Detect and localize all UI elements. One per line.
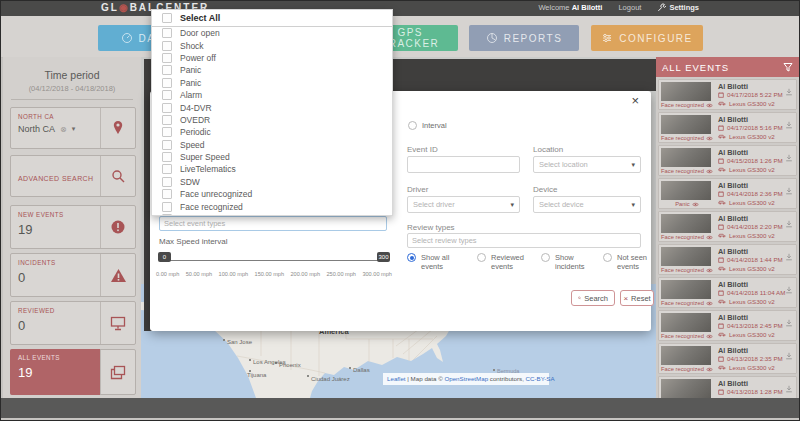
checkbox[interactable] — [162, 78, 172, 88]
checkbox[interactable] — [162, 177, 172, 187]
logout-link[interactable]: Logout — [618, 3, 641, 12]
event-card[interactable]: Face recognized Al Bilotti 04/17/2018 5:… — [658, 79, 797, 110]
radio-circle-checked[interactable] — [407, 253, 416, 262]
checkbox[interactable] — [162, 90, 172, 100]
event-card[interactable]: Face recognized Al Bilotti 04/13/2018 2:… — [658, 343, 797, 374]
download-button[interactable] — [785, 313, 793, 331]
checkbox[interactable] — [162, 53, 172, 63]
clear-location-icon[interactable]: ⊗ — [60, 125, 67, 134]
tab-configure[interactable]: CONFIGURE — [591, 25, 703, 51]
checkbox[interactable] — [162, 189, 172, 199]
map-pin-button[interactable] — [100, 108, 135, 148]
event-type-option-label: Face recognized — [180, 202, 243, 212]
checkbox[interactable] — [162, 28, 172, 38]
event-type-option[interactable]: Power off — [152, 52, 392, 64]
download-button[interactable] — [785, 280, 793, 298]
event-card[interactable]: Face recognized Al Bilotti 04/14/2018 2:… — [658, 211, 797, 242]
counter-reviewed[interactable]: REVIEWED 0 — [10, 301, 136, 345]
event-card[interactable]: Face recognized Al Bilotti 04/17/2018 5:… — [658, 112, 797, 143]
download-button[interactable] — [785, 379, 793, 397]
event-type-option[interactable]: Face unrecognized — [152, 188, 392, 200]
leaflet-link[interactable]: Leaflet — [387, 375, 406, 382]
checkbox[interactable] — [162, 13, 172, 23]
event-card[interactable]: Face recognized Al Bilotti 04/15/2018 1:… — [658, 145, 797, 176]
event-type-option[interactable]: Speed — [152, 139, 392, 151]
event-type-option[interactable]: Panic — [152, 64, 392, 76]
download-button[interactable] — [785, 214, 793, 232]
event-card[interactable]: Face recognized Al Bilotti 04/14/2018 11… — [658, 277, 797, 308]
interval-radio-circle[interactable] — [408, 121, 417, 130]
event-type-option[interactable]: Door open — [152, 213, 392, 216]
checkbox[interactable] — [162, 214, 172, 216]
checkbox[interactable] — [162, 152, 172, 162]
speed-slider-max-handle[interactable]: 300 — [377, 252, 390, 262]
radio-show-all-events[interactable]: Show all events — [407, 253, 465, 271]
osm-link[interactable]: OpenStreetMap — [444, 375, 488, 382]
speed-slider-min-handle[interactable]: 0 — [158, 252, 171, 262]
sliders-icon — [601, 32, 613, 44]
slider-tick-label: 50.00 mph — [186, 271, 212, 277]
event-type-option[interactable]: SDW — [152, 176, 392, 188]
event-card[interactable]: Panic Al Bilotti 04/14/2018 2:36 PM Lexu… — [658, 178, 797, 209]
checkbox[interactable] — [162, 115, 172, 125]
car-icon — [718, 100, 726, 106]
location-select[interactable]: North CA ⊗ ▾ — [18, 124, 100, 134]
review-types-input[interactable] — [407, 233, 641, 248]
reset-button[interactable]: × Reset — [620, 290, 654, 306]
event-type-option[interactable]: Super Speed — [152, 151, 392, 163]
settings-button[interactable]: Settings — [657, 3, 699, 12]
download-button[interactable] — [785, 148, 793, 166]
filter-icon[interactable] — [783, 62, 793, 72]
download-button[interactable] — [785, 346, 793, 364]
radio-circle[interactable] — [477, 253, 486, 262]
driver-dropdown[interactable]: Select driver ▾ — [407, 196, 520, 213]
event-types-input[interactable] — [159, 216, 387, 231]
radio-circle[interactable] — [603, 253, 612, 262]
select-all-option[interactable]: Select All — [152, 10, 392, 27]
event-type-option[interactable]: Face recognized — [152, 200, 392, 212]
event-type-option[interactable]: Alarm — [152, 89, 392, 101]
event-type-option[interactable]: LiveTelematics — [152, 163, 392, 175]
radio-reviewed-events[interactable]: Reviewed events — [477, 253, 535, 271]
checkbox[interactable] — [162, 127, 172, 137]
advanced-search-card[interactable]: ADVANCED SEARCH — [10, 155, 136, 197]
checkbox[interactable] — [162, 65, 172, 75]
event-thumbnail — [661, 214, 711, 233]
checkbox[interactable] — [162, 140, 172, 150]
download-button[interactable] — [785, 181, 793, 199]
download-button[interactable] — [785, 82, 793, 100]
search-button[interactable]: Search — [571, 290, 615, 306]
speed-slider-track[interactable] — [161, 260, 389, 261]
download-button[interactable] — [785, 247, 793, 265]
event-type-option[interactable]: Panic — [152, 77, 392, 89]
advanced-search-button[interactable] — [100, 156, 135, 196]
event-id-input[interactable] — [407, 156, 520, 173]
event-type-option[interactable]: OVEDR — [152, 114, 392, 126]
event-type-option[interactable]: Periodic — [152, 126, 392, 138]
all-events-count: 19 — [18, 365, 100, 380]
checkbox[interactable] — [162, 202, 172, 212]
event-card[interactable]: Face recognized Al Bilotti 04/13/2018 2:… — [658, 310, 797, 341]
radio-circle[interactable] — [541, 253, 550, 262]
driver-label: Driver — [407, 185, 428, 194]
checkbox[interactable] — [162, 103, 172, 113]
checkbox[interactable] — [162, 164, 172, 174]
counter-incidents[interactable]: INCIDENTS 0 — [10, 253, 136, 297]
license-link[interactable]: CC-BY-SA — [526, 375, 556, 382]
location-dropdown[interactable]: Select location ▾ — [533, 156, 641, 173]
tab-reports[interactable]: REPORTS — [469, 25, 579, 51]
counter-new-events[interactable]: NEW EVENTS 19 — [10, 205, 136, 249]
event-card[interactable]: Face recognized Al Bilotti 04/13/2018 1:… — [658, 376, 797, 398]
event-type-option[interactable]: Shock — [152, 39, 392, 51]
event-type-option[interactable]: Door open — [152, 27, 392, 39]
radio-not-seen-events[interactable]: Not seen events — [603, 253, 661, 271]
checkbox[interactable] — [162, 41, 172, 51]
event-type-option[interactable]: D4-DVR — [152, 101, 392, 113]
event-card[interactable]: Face recognized Al Bilotti 04/14/2018 1:… — [658, 244, 797, 275]
interval-radio[interactable]: Interval — [408, 121, 447, 130]
device-dropdown[interactable]: Select device ▾ — [533, 196, 641, 213]
radio-show-incidents[interactable]: Show incidents — [541, 253, 599, 271]
close-icon[interactable]: × — [631, 95, 639, 107]
counter-all-events[interactable]: ALL EVENTS 19 — [10, 349, 136, 395]
download-button[interactable] — [785, 115, 793, 133]
